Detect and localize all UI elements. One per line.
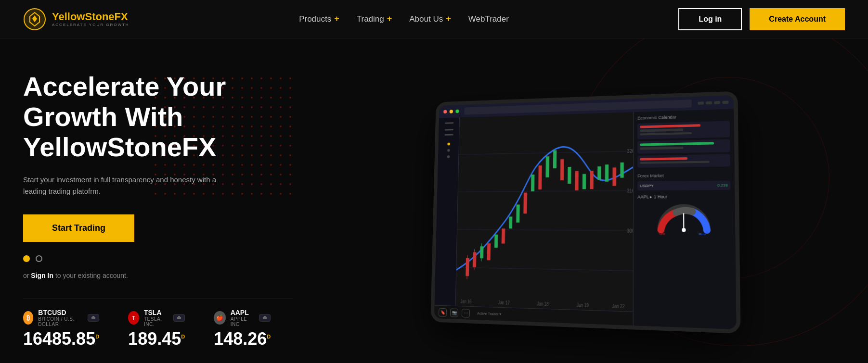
chart-svg: 320 310 300 Jan 16 Jan 17 Jan 18 Jan 19 …	[455, 112, 633, 312]
tablet-bookmark-icon: 🔖	[439, 308, 447, 316]
nav-plus-about: +	[446, 14, 451, 24]
ticker-tv-badge-aapl	[259, 314, 271, 322]
tablet-camera-icon: 📷	[450, 308, 458, 316]
ticker-header-tsla: T TSLA TESLA, INC.	[128, 309, 185, 327]
nav-link-trading[interactable]: Trading +	[357, 14, 392, 24]
ticker-tv-badge-tsla	[173, 314, 185, 322]
nav-item-about[interactable]: About Us +	[409, 14, 451, 24]
nav-link-webtrader[interactable]: WebTrader	[468, 14, 509, 24]
svg-rect-5	[92, 316, 94, 317]
create-account-button[interactable]: Create Account	[750, 8, 845, 30]
svg-text:Jan 16: Jan 16	[460, 299, 472, 304]
nav-link-products[interactable]: Products +	[299, 14, 339, 24]
ticker-name-tsla: TESLA, INC.	[144, 316, 168, 327]
nav-item-products[interactable]: Products +	[299, 14, 339, 24]
svg-rect-9	[264, 316, 266, 317]
svg-rect-28	[516, 204, 520, 222]
svg-rect-42	[620, 162, 623, 177]
nav-item-webtrader[interactable]: WebTrader	[468, 14, 509, 24]
svg-rect-29	[523, 192, 527, 213]
carousel-dot-2[interactable]	[36, 255, 42, 262]
svg-text:Jan 22: Jan 22	[612, 303, 624, 309]
svg-rect-26	[501, 228, 505, 243]
svg-text:300: 300	[626, 227, 633, 234]
svg-rect-36	[575, 171, 579, 190]
svg-text:310: 310	[627, 188, 633, 194]
ticker-symbol-tsla: TSLA	[144, 309, 168, 316]
ticker-name-btc: BITCOIN / U.S. DOLLAR	[38, 316, 83, 327]
svg-rect-11	[706, 101, 712, 104]
logo-icon	[23, 8, 46, 31]
svg-text:Jan 19: Jan 19	[576, 302, 588, 308]
svg-text:Jan 17: Jan 17	[498, 300, 509, 305]
svg-rect-13	[722, 100, 728, 104]
ticker-tv-badge-btc	[88, 314, 99, 322]
ticker-price-btc: 16485.85D	[23, 329, 99, 349]
gauge-svg: Sell Buy	[655, 202, 712, 235]
ticker-symbol-btc: BTCUSD	[38, 309, 83, 316]
svg-rect-39	[597, 166, 601, 180]
ticker-icon-tsla: T	[128, 311, 139, 325]
panel-item-3	[637, 154, 730, 168]
nav-plus-products: +	[334, 14, 339, 24]
hero-image-area: 320 310 300 Jan 16 Jan 17 Jan 18 Jan 19 …	[312, 95, 845, 326]
svg-rect-10	[698, 101, 704, 104]
svg-text:Jan 18: Jan 18	[537, 300, 549, 306]
svg-line-14	[459, 151, 633, 154]
logo-name: YellowStoneFX	[52, 11, 130, 23]
tablet-right-panel: Economic Calendar Fore	[633, 109, 736, 329]
svg-text:320: 320	[627, 148, 633, 154]
nav-links: Products + Trading + About Us + WebTrade…	[299, 14, 509, 24]
ticker-bar: ₿ BTCUSD BITCOIN / U.S. DOLLAR 16485.85D	[23, 299, 293, 349]
panel-item-2	[637, 139, 730, 153]
svg-rect-41	[612, 167, 616, 186]
tablet-gauge-area: Sell Buy	[637, 201, 731, 236]
panel-item-4: USDPY 0.238	[637, 180, 730, 190]
logo-text: YellowStoneFX ACCELERATE YOUR GROWTH	[52, 11, 130, 27]
svg-rect-40	[605, 164, 608, 182]
svg-text:Sell: Sell	[658, 231, 665, 235]
logo-link[interactable]: YellowStoneFX ACCELERATE YOUR GROWTH	[23, 8, 130, 31]
tablet-more-icon: ⋯	[461, 308, 469, 317]
hero-section: Accelerate Your Growth With YellowStoneF…	[0, 38, 868, 363]
hero-subtitle: Start your investment in full transparen…	[23, 174, 235, 197]
tablet-frame: 320 310 300 Jan 16 Jan 17 Jan 18 Jan 19 …	[430, 91, 740, 333]
hero-title: Accelerate Your Growth With YellowStoneF…	[23, 72, 293, 162]
svg-rect-25	[494, 234, 497, 248]
panel-label-aapl: AAPL ▸ 1 Hour	[637, 194, 731, 199]
svg-rect-33	[553, 150, 556, 168]
ticker-header-aapl: 🍎 AAPL APPLE INC	[214, 309, 271, 327]
svg-rect-27	[509, 216, 512, 228]
svg-rect-24	[487, 243, 490, 260]
tablet-left-toolbar	[434, 117, 460, 306]
carousel-dot-1[interactable]	[23, 255, 30, 262]
svg-line-15	[458, 190, 633, 191]
panel-title-market: Forex Market	[637, 172, 730, 178]
svg-rect-35	[568, 167, 571, 184]
ticker-price-aapl: 148.26D	[214, 329, 271, 349]
svg-text:Buy: Buy	[698, 231, 705, 235]
signin-link[interactable]: Sign In	[31, 272, 53, 279]
svg-rect-34	[560, 159, 564, 180]
ticker-price-tsla: 189.45D	[128, 329, 185, 349]
nav-plus-trading: +	[387, 14, 392, 24]
nav-item-trading[interactable]: Trading +	[357, 14, 392, 24]
svg-rect-32	[545, 156, 549, 177]
hero-content: Accelerate Your Growth With YellowStoneF…	[23, 72, 293, 349]
logo-tagline: ACCELERATE YOUR GROWTH	[52, 23, 130, 27]
svg-rect-30	[531, 175, 534, 191]
tablet-screen: 320 310 300 Jan 16 Jan 17 Jan 18 Jan 19 …	[434, 95, 736, 329]
carousel-dots	[23, 255, 293, 262]
login-button[interactable]: Log in	[678, 8, 742, 30]
tablet-label-active-trader: Active Trader ▾	[477, 311, 501, 316]
nav-link-about[interactable]: About Us +	[409, 14, 451, 24]
svg-rect-38	[590, 171, 593, 189]
panel-title-economic: Economic Calendar	[637, 113, 730, 121]
nav-actions: Log in Create Account	[678, 8, 845, 30]
ticker-item-aapl: 🍎 AAPL APPLE INC 148.26D	[214, 309, 299, 349]
start-trading-button[interactable]: Start Trading	[23, 214, 134, 242]
svg-rect-37	[582, 174, 585, 189]
navbar: YellowStoneFX ACCELERATE YOUR GROWTH Pro…	[0, 0, 868, 38]
ticker-header-btc: ₿ BTCUSD BITCOIN / U.S. DOLLAR	[23, 309, 99, 327]
ticker-name-aapl: APPLE INC	[231, 316, 255, 327]
